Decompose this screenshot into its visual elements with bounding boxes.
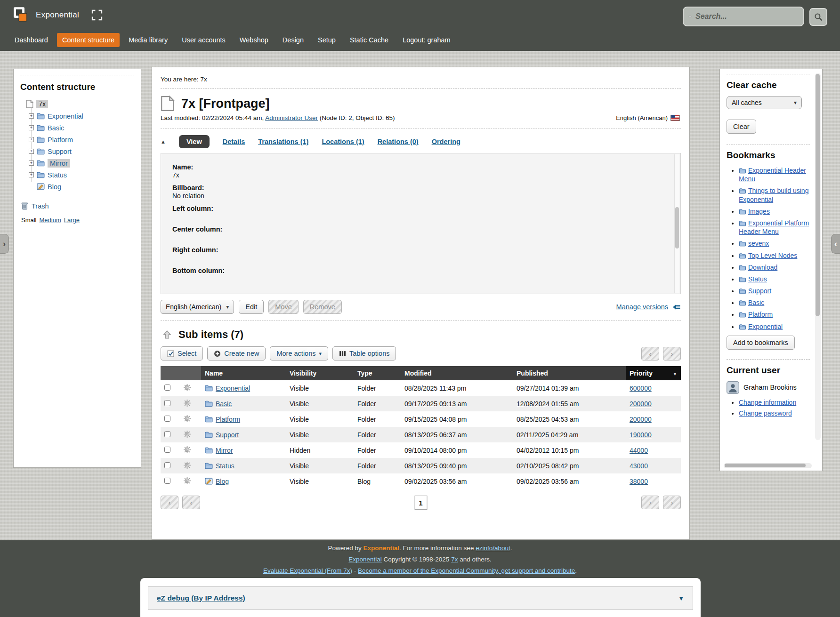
tab-relations[interactable]: Relations (0) [378,138,419,145]
trash-label[interactable]: Trash [32,202,49,210]
tree-item-blog[interactable]: Blog [29,181,134,192]
row-name-link[interactable]: Blog [216,478,229,485]
bookmark-link[interactable]: Platform [748,311,773,318]
tab-locations[interactable]: Locations (1) [322,138,364,145]
size-medium-link[interactable]: Medium [40,216,61,224]
row-priority-link[interactable]: 200000 [630,400,652,408]
edit-button[interactable]: Edit [239,300,264,314]
collapse-section-icon[interactable] [161,139,166,144]
search-submit-button[interactable] [809,8,827,26]
nav-design[interactable]: Design [277,33,309,47]
row-priority-link[interactable]: 44000 [630,447,648,454]
gear-icon[interactable] [183,399,191,407]
expand-icon[interactable] [29,172,34,177]
bookmark-link[interactable]: sevenx [748,240,769,247]
tree-item-label-selected[interactable]: Mirror [48,159,70,168]
nav-content-structure[interactable]: Content structure [57,33,120,47]
row-name-link[interactable]: Status [216,462,234,470]
community-link[interactable]: Become a member of the Exponential Commu… [358,567,575,574]
tree-item-label[interactable]: Support [48,148,72,155]
ez-debug-link[interactable]: eZ debug (By IP Address) [157,594,245,602]
size-large-link[interactable]: Large [64,216,80,224]
attributes-scrollbar[interactable] [674,154,679,293]
row-priority-link[interactable]: 43000 [630,462,648,470]
tab-details[interactable]: Details [223,138,245,145]
sidebar-vertical-scrollbar[interactable] [815,73,821,440]
row-name-link[interactable]: Exponential [216,385,250,392]
nav-dashboard[interactable]: Dashboard [9,33,53,47]
bookmark-link[interactable]: Top Level Nodes [748,252,797,259]
tree-item-label[interactable]: Blog [48,183,61,191]
tab-translations[interactable]: Translations (1) [258,138,308,145]
bookmark-link[interactable]: Exponential Header Menu [739,167,806,183]
select-button[interactable]: Select [161,346,203,361]
cache-type-select[interactable]: All caches [727,96,802,109]
row-checkbox[interactable] [164,416,170,422]
expand-icon[interactable] [29,125,34,130]
tree-item-support[interactable]: Support [29,145,134,157]
bookmark-link[interactable]: Exponential [748,323,783,330]
nav-media-library[interactable]: Media library [123,33,173,47]
gear-icon[interactable] [183,461,191,469]
row-priority-link[interactable]: 200000 [630,416,652,423]
row-name-link[interactable]: Support [216,431,239,439]
search-box[interactable] [683,7,804,26]
gear-icon[interactable] [183,415,191,423]
tree-item-status[interactable]: Status [29,169,134,181]
row-checkbox[interactable] [164,478,170,484]
gear-icon[interactable] [183,477,191,485]
language-select[interactable]: English (American) [161,300,234,314]
bookmark-link[interactable]: Status [748,275,767,283]
scrollbar-thumb[interactable] [725,464,806,467]
copyright-7x-link[interactable]: 7x [451,556,458,563]
more-actions-button[interactable]: More actions ▾ [270,346,328,361]
current-page-number[interactable]: 1 [414,496,427,510]
clear-cache-button[interactable]: Clear [727,120,756,134]
tree-root-node[interactable]: 7x [26,100,134,108]
tree-root-label[interactable]: 7x [36,100,48,108]
row-priority-link[interactable]: 38000 [630,478,648,485]
expand-icon[interactable] [29,113,34,119]
trash-item[interactable]: Trash [21,202,134,210]
row-checkbox[interactable] [164,447,170,453]
tree-item-basic[interactable]: Basic [29,122,134,134]
table-options-button[interactable]: Table options [332,346,396,361]
gear-icon[interactable] [183,384,191,392]
tree-item-label[interactable]: Status [48,171,67,179]
tree-item-mirror[interactable]: Mirror [29,157,134,169]
manage-versions-link[interactable]: Manage versions [616,303,668,311]
bookmark-link[interactable]: Exponential Platform Header Menu [739,219,809,235]
gear-icon[interactable] [183,430,191,438]
row-priority-link[interactable]: 600000 [630,385,652,392]
row-checkbox[interactable] [164,462,170,468]
debug-collapse-icon[interactable] [678,594,684,602]
row-name-link[interactable]: Platform [216,416,240,423]
evaluate-link[interactable]: Evaluate Exponential (From 7x) [263,567,352,574]
row-checkbox[interactable] [164,431,170,437]
bookmark-link[interactable]: Support [748,287,771,295]
copyright-brand-link[interactable]: Exponential [348,556,382,563]
nav-user-accounts[interactable]: User accounts [177,33,231,47]
nav-webshop[interactable]: Webshop [234,33,274,47]
tree-item-exponential[interactable]: Exponential [29,110,134,122]
bookmark-link[interactable]: Download [748,264,777,271]
breadcrumb-current[interactable]: 7x [201,76,207,83]
expand-icon[interactable] [29,149,34,154]
bookmark-link[interactable]: Things to build using Exponential [739,187,808,203]
tab-view[interactable]: View [179,135,210,148]
change-information-link[interactable]: Change information [739,399,796,406]
expand-icon[interactable] [29,160,34,166]
right-panel-collapse-tab[interactable] [831,234,840,254]
row-checkbox[interactable] [164,385,170,391]
row-checkbox[interactable] [164,400,170,406]
nav-setup[interactable]: Setup [313,33,341,47]
search-input[interactable] [695,12,799,21]
tree-item-label[interactable]: Exponential [48,112,83,120]
nav-static-cache[interactable]: Static Cache [345,33,394,47]
sidebar-horizontal-scrollbar[interactable] [724,463,812,468]
scrollbar-thumb[interactable] [816,74,820,316]
row-name-link[interactable]: Basic [216,400,232,408]
expand-icon[interactable] [29,137,34,142]
collapse-subitems-icon[interactable] [162,330,172,339]
fullscreen-icon[interactable] [91,9,103,21]
